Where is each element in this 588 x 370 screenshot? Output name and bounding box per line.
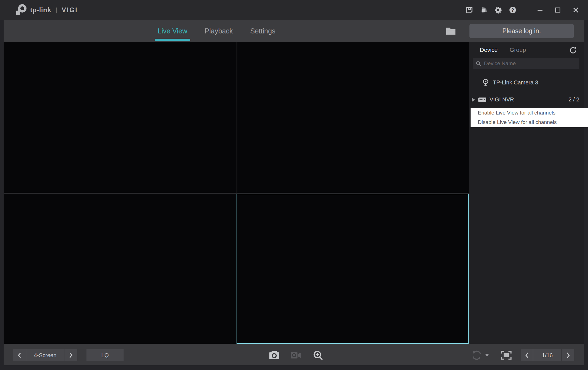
brand-product: VIGI [62, 6, 78, 14]
login-button-label: Please log in. [502, 27, 541, 35]
folder-icon [445, 27, 456, 36]
minimize-icon [536, 6, 544, 14]
gear-icon [494, 6, 502, 14]
minimize-button[interactable] [534, 4, 546, 16]
menu-item-enable-live-view[interactable]: Enable Live View for all channels [471, 108, 588, 118]
page-indicator: 1/16 [533, 349, 561, 361]
app-logo: tp-link | VIGI [15, 4, 78, 16]
sidebar-tab-group[interactable]: Group [510, 44, 526, 55]
screen-layout-label: 4-Screen [34, 352, 56, 359]
device-search-input[interactable] [484, 60, 568, 67]
video-cell-4-selected[interactable] [237, 194, 469, 344]
record-button-disabled[interactable] [290, 350, 301, 361]
tab-playback[interactable]: Playback [203, 20, 235, 42]
chevron-left-icon [17, 352, 22, 359]
carousel-rotate-button-disabled[interactable] [471, 350, 482, 361]
brand-wordmark: tp-link [30, 6, 51, 14]
tab-settings-label: Settings [250, 27, 275, 35]
channel-count-badge: 2 / 2 [568, 96, 579, 103]
search-icon [476, 61, 481, 66]
tab-live-view[interactable]: Live View [156, 20, 189, 42]
video-cell-3[interactable] [4, 194, 237, 344]
maximize-button[interactable] [552, 4, 563, 16]
title-bar: tp-link | VIGI [0, 0, 588, 20]
record-video-icon [290, 350, 301, 360]
fullscreen-icon [501, 350, 512, 360]
help-icon: ? [509, 6, 517, 14]
menu-item-disable-live-view[interactable]: Disable Live View for all channels [471, 118, 588, 127]
menu-item-label: Enable Live View for all channels [478, 110, 556, 116]
help-button[interactable]: ? [507, 4, 518, 16]
tab-playback-label: Playback [205, 27, 233, 35]
brand-separator: | [56, 6, 57, 14]
close-icon [572, 6, 579, 14]
open-folder-button[interactable] [445, 27, 457, 36]
playback-toolbar: 4-Screen LQ [4, 344, 584, 365]
fullscreen-button[interactable] [501, 350, 512, 361]
page-indicator-label: 1/16 [542, 352, 553, 359]
device-sidebar: Device Group [469, 42, 584, 344]
sidebar-tab-device-label: Device [480, 47, 498, 53]
snapshot-button[interactable] [269, 350, 280, 361]
video-cell-2[interactable] [237, 42, 469, 193]
live-view-grid [4, 42, 469, 344]
rotate-arrows-icon [471, 350, 482, 361]
svg-text:?: ? [511, 8, 514, 13]
close-button[interactable] [570, 4, 581, 16]
digital-zoom-button[interactable] [312, 350, 324, 361]
tab-settings[interactable]: Settings [249, 20, 277, 42]
sidebar-tabs: Device Group [469, 44, 584, 55]
settings-button[interactable] [493, 4, 504, 16]
camera-device-icon [482, 79, 490, 87]
sidebar-tab-device[interactable]: Device [480, 44, 498, 55]
titlebar-actions: ? [464, 0, 588, 20]
previous-page-button[interactable] [521, 349, 533, 361]
nvr-context-menu: Enable Live View for all channels Disabl… [471, 108, 588, 127]
stream-quality-label: LQ [101, 352, 109, 359]
device-item-camera[interactable]: TP-Link Camera 3 [469, 77, 584, 89]
next-screen-layout-button[interactable] [64, 349, 77, 361]
device-chip-button[interactable] [478, 4, 489, 16]
device-item-nvr[interactable]: VIGI NVR 2 / 2 [469, 94, 584, 106]
next-page-button[interactable] [562, 349, 574, 361]
chevron-left-icon [524, 352, 530, 359]
rotate-options-caret-icon[interactable] [485, 354, 489, 357]
device-search-box [473, 58, 579, 69]
tab-live-view-label: Live View [158, 27, 187, 35]
save-button[interactable] [464, 4, 475, 16]
refresh-device-list-button[interactable] [569, 46, 577, 54]
nvr-device-icon [478, 96, 487, 103]
screen-layout-button[interactable]: 4-Screen [26, 349, 64, 361]
main-tabs: Live View Playback Settings [156, 20, 277, 42]
zoom-in-icon [313, 350, 323, 361]
sidebar-tab-group-label: Group [510, 47, 526, 53]
stream-quality-button[interactable]: LQ [86, 349, 124, 361]
device-name: TP-Link Camera 3 [493, 79, 538, 86]
chevron-right-icon [68, 352, 74, 359]
chevron-right-icon [565, 352, 571, 359]
vigi-client-window: tp-link | VIGI [0, 0, 588, 370]
video-cell-1[interactable] [4, 42, 237, 193]
menu-item-label: Disable Live View for all channels [478, 119, 557, 125]
save-icon [466, 6, 473, 14]
expand-arrow-icon[interactable] [472, 98, 475, 102]
snapshot-camera-icon [269, 350, 280, 360]
device-name: VIGI NVR [490, 96, 514, 103]
active-tab-underline [155, 39, 190, 41]
chip-icon [480, 6, 488, 14]
login-button[interactable]: Please log in. [469, 24, 574, 38]
maximize-icon [554, 6, 562, 14]
nav-bar: Live View Playback Settings Please log i… [4, 20, 584, 42]
previous-screen-layout-button[interactable] [13, 349, 26, 361]
refresh-icon [569, 46, 577, 54]
tp-link-logo-icon [15, 4, 27, 16]
